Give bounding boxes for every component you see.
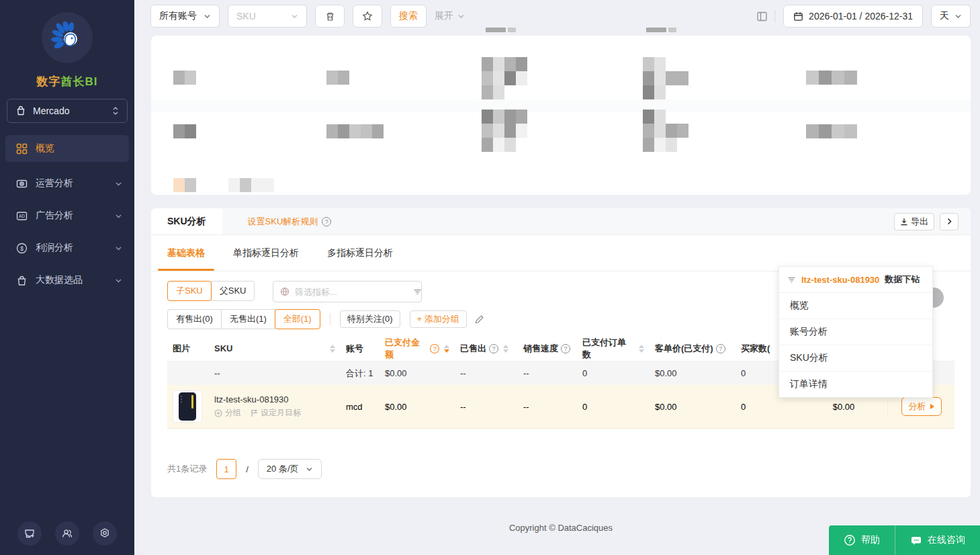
sku-card-title: SKU分析 — [167, 216, 206, 228]
header-account: 账号 — [341, 343, 380, 355]
menu-item-overview[interactable]: 概览 — [779, 293, 932, 319]
header-paid-amount[interactable]: 已支付金额 ? — [380, 337, 455, 361]
redacted-block — [643, 110, 688, 152]
pagination: 共1条记录 1 / 20 条/页 — [167, 459, 954, 479]
menu-item-account-analysis[interactable]: 账号分析 — [779, 319, 932, 345]
expand-label: 展开 — [435, 10, 453, 22]
play-arrow-icon — [930, 404, 934, 409]
redacted-divider — [151, 99, 971, 112]
collapse-right-button[interactable] — [940, 213, 959, 230]
tab-basic-table[interactable]: 基础表格 — [167, 235, 205, 271]
brand-title-part1: 数字 — [37, 75, 61, 88]
sku-name[interactable]: ltz-test-sku-081930 — [214, 394, 289, 404]
download-icon — [900, 218, 908, 226]
sidebar-item-operations[interactable]: 运营分析 — [0, 167, 134, 200]
menu-item-order-details[interactable]: 订单详情 — [779, 372, 932, 397]
sku-parse-rules-label: 设置SKU解析规则 — [248, 216, 318, 228]
sort-icon[interactable] — [330, 345, 335, 353]
header-image: 图片 — [167, 343, 209, 355]
sku-type-toggle: 子SKU 父SKU — [167, 281, 255, 301]
sidebar-item-ads[interactable]: AD 广告分析 — [0, 200, 134, 232]
favorite-button[interactable] — [353, 5, 382, 28]
sku-card-title-tab[interactable]: SKU分析 — [151, 208, 222, 234]
store-selector[interactable]: Mercado — [7, 99, 128, 123]
logo — [0, 12, 134, 63]
metric-filter-input[interactable] — [295, 287, 413, 297]
sku-parse-rules-link[interactable]: 设置SKU解析规则 ? — [248, 216, 332, 228]
question-circle-icon: ? — [322, 217, 331, 226]
sidebar: 数字酋长BI Mercado 概览 — [0, 0, 134, 555]
sidebar-item-bigdata[interactable]: 大数据选品 — [0, 264, 134, 296]
chevron-down-icon — [115, 277, 122, 284]
redacted-block — [482, 57, 527, 99]
filter-no-sales[interactable]: 无售出(1) — [221, 309, 275, 329]
tab-single-metric-daily[interactable]: 单指标逐日分析 — [233, 235, 299, 271]
drilldown-title: 数据下钻 — [885, 273, 920, 286]
account-value: mcd — [346, 402, 363, 412]
tab-multi-metric-daily[interactable]: 多指标逐日分析 — [327, 235, 393, 271]
clear-filters-button[interactable] — [315, 5, 345, 28]
total-records: 共1条记录 — [167, 463, 207, 475]
add-to-group-action[interactable]: 分组 — [214, 407, 241, 419]
header-avg-price[interactable]: 客单价(已支付) ? — [650, 343, 736, 355]
store-manage-button[interactable] — [17, 521, 42, 546]
sort-icon[interactable] — [503, 345, 508, 353]
header-sku[interactable]: SKU — [209, 343, 341, 353]
edit-pencil-icon[interactable] — [475, 314, 484, 324]
header-sold[interactable]: 已售出 ? — [455, 343, 518, 355]
sku-card-header: SKU分析 设置SKU解析规则 ? 导出 — [151, 208, 971, 235]
tab-label: 单指标逐日分析 — [233, 247, 299, 259]
sort-icon[interactable] — [444, 345, 449, 353]
filter-all[interactable]: 全部(1) — [275, 309, 320, 329]
sku-filter-select[interactable]: SKU — [228, 5, 307, 28]
page-number-button[interactable]: 1 — [216, 459, 236, 479]
updown-caret-icon — [112, 106, 119, 116]
wallet-icon — [16, 178, 28, 189]
chat-bubble-icon — [910, 534, 922, 546]
sidebar-item-label: 概览 — [36, 142, 122, 155]
dollar-circle-icon: $ — [16, 243, 28, 254]
granularity-select[interactable]: 天 — [931, 5, 971, 28]
parent-sku-toggle[interactable]: 父SKU — [211, 281, 255, 301]
special-focus-filter[interactable]: 特别关注(0) — [340, 310, 400, 328]
expand-toggle[interactable]: 展开 — [435, 10, 465, 22]
sort-icon[interactable] — [639, 345, 644, 353]
header-orders[interactable]: 已支付订单数 — [577, 337, 650, 361]
date-range-button[interactable]: 2026-01-01 / 2026-12-31 — [783, 5, 923, 28]
online-chat-button[interactable]: 在线咨询 — [895, 525, 980, 555]
redacted-block — [643, 57, 688, 99]
account-filter-select[interactable]: 所有账号 — [150, 5, 220, 28]
sidebar-item-profit[interactable]: $ 利润分析 — [0, 232, 134, 264]
export-button[interactable]: 导出 — [894, 213, 934, 230]
set-monthly-target-action[interactable]: 设定月目标 — [251, 407, 301, 419]
content: SKU分析 设置SKU解析规则 ? 导出 — [134, 36, 980, 533]
redacted-block — [228, 178, 274, 192]
redacted-block — [326, 71, 349, 85]
filter-with-sales[interactable]: 有售出(0) — [167, 309, 222, 329]
layout-panel-icon[interactable] — [756, 11, 768, 22]
header-speed[interactable]: 销售速度 ? — [518, 343, 577, 355]
users-button[interactable] — [55, 521, 79, 546]
question-circle-icon — [844, 534, 856, 546]
search-button[interactable]: 搜索 — [390, 5, 427, 28]
summary-paid: $0.00 — [385, 368, 407, 378]
help-button[interactable]: 帮助 — [829, 525, 895, 555]
summary-sku: -- — [214, 368, 220, 378]
sidebar-item-overview[interactable]: 概览 — [5, 135, 129, 162]
top-toolbar: 所有账号 SKU 搜索 — [134, 0, 980, 32]
menu-item-sku-analysis[interactable]: SKU分析 — [779, 345, 932, 372]
redacted-block — [482, 110, 527, 152]
tab-label: 基础表格 — [167, 247, 205, 259]
settings-button[interactable] — [93, 521, 117, 546]
page-size-select[interactable]: 20 条/页 — [258, 459, 322, 479]
star-icon — [362, 11, 373, 22]
question-circle-icon: ? — [716, 344, 725, 353]
redacted-block — [173, 124, 196, 138]
trash-icon — [325, 11, 335, 22]
analyze-button[interactable]: 分析 — [901, 397, 942, 416]
phone-image — [179, 392, 196, 421]
child-sku-toggle[interactable]: 子SKU — [167, 281, 212, 301]
search-button-label: 搜索 — [399, 10, 418, 22]
add-group-button[interactable]: + 添加分组 — [410, 310, 467, 328]
redacted-block — [806, 124, 857, 138]
